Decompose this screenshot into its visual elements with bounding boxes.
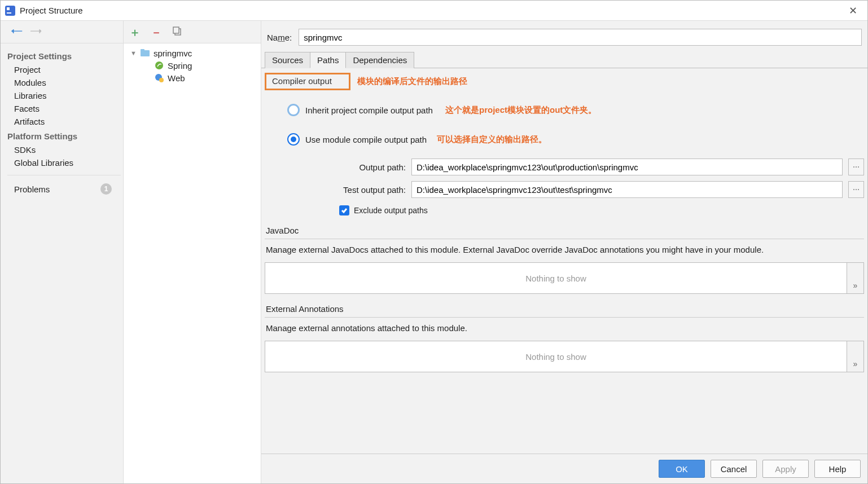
javadoc-list[interactable]: Nothing to show [265, 262, 847, 294]
exclude-output-label: Exclude output paths [354, 206, 428, 215]
external-annotations-expand-button[interactable]: » [847, 341, 864, 372]
tree-item-label: Web [168, 73, 185, 83]
nav-item-sdks[interactable]: SDKs [5, 143, 123, 156]
web-icon [154, 73, 164, 83]
nav-item-modules[interactable]: Modules [5, 76, 123, 89]
remove-icon[interactable]: － [151, 27, 162, 38]
radio-inherit[interactable] [287, 104, 300, 116]
output-path-input[interactable] [411, 159, 843, 175]
compiler-output-heading: Compiler output [265, 73, 350, 90]
external-annotations-heading: External Annotations [265, 294, 864, 317]
radio-inherit-label: Inherit project compile output path [305, 105, 433, 115]
browse-test-output-button[interactable]: ⋯ [848, 181, 864, 198]
tree-toolbar: ＋ － [124, 21, 261, 43]
annotation-radio1: 这个就是project模块设置的out文件夹。 [445, 105, 597, 116]
nav-item-artifacts[interactable]: Artifacts [5, 115, 123, 128]
forward-icon[interactable]: ⭢ [30, 26, 42, 38]
nav-item-libraries[interactable]: Libraries [5, 89, 123, 102]
cancel-button[interactable]: Cancel [711, 460, 757, 478]
problems-count-badge: 1 [100, 183, 112, 195]
test-output-path-label: Test output path: [321, 185, 406, 195]
nav-item-project[interactable]: Project [5, 63, 123, 76]
tree-item-label: Spring [168, 61, 192, 71]
tree-item-spring[interactable]: Spring [126, 59, 258, 72]
svg-rect-4 [173, 27, 179, 33]
spring-icon [154, 60, 164, 71]
name-label: Name: [267, 33, 292, 42]
back-icon[interactable]: ⭠ [11, 26, 23, 38]
chevron-down-icon: ▼ [130, 50, 137, 56]
nav-problems-label: Problems [14, 184, 50, 194]
tree-root-label: springmvc [154, 49, 192, 58]
ok-button[interactable]: OK [659, 460, 705, 478]
tabs: Sources Paths Dependencies [261, 51, 867, 68]
apply-button[interactable]: Apply [762, 460, 809, 478]
name-input[interactable] [299, 29, 862, 46]
svg-point-9 [159, 78, 164, 82]
left-nav: ⭠ ⭢ Project Settings Project Modules Lib… [1, 21, 124, 483]
app-icon [5, 6, 15, 16]
window-title: Project Structure [20, 6, 83, 15]
module-tree: ＋ － ▼ springmvc Spring Web [124, 21, 261, 483]
svg-rect-6 [141, 49, 144, 51]
radio-use-module[interactable] [287, 133, 300, 146]
footer: OK Cancel Apply Help [261, 454, 867, 483]
nav-heading-project-settings: Project Settings [5, 50, 123, 63]
javadoc-heading: JavaDoc [265, 215, 864, 239]
tab-sources[interactable]: Sources [265, 52, 310, 68]
test-output-path-input[interactable] [411, 181, 843, 198]
tree-root[interactable]: ▼ springmvc [126, 47, 258, 59]
tree-item-web[interactable]: Web [126, 72, 258, 84]
svg-point-7 [155, 61, 163, 69]
radio-use-module-label: Use module compile output path [305, 135, 427, 144]
tab-paths[interactable]: Paths [310, 52, 346, 68]
external-annotations-list[interactable]: Nothing to show [265, 341, 847, 372]
module-icon [140, 48, 150, 58]
browse-output-button[interactable]: ⋯ [848, 159, 864, 175]
tab-dependencies[interactable]: Dependencies [345, 52, 414, 68]
copy-icon[interactable] [172, 26, 182, 38]
nav-item-global-libraries[interactable]: Global Libraries [5, 156, 123, 169]
close-icon[interactable]: ✕ [843, 2, 863, 19]
nav-heading-platform-settings: Platform Settings [5, 130, 123, 143]
add-icon[interactable]: ＋ [129, 27, 141, 38]
nav-item-problems[interactable]: Problems 1 [5, 181, 123, 197]
output-path-label: Output path: [321, 162, 406, 172]
nav-history-bar: ⭠ ⭢ [1, 21, 123, 43]
external-annotations-description: Manage external annotations attached to … [265, 318, 864, 341]
titlebar: Project Structure ✕ [1, 1, 867, 21]
javadoc-expand-button[interactable]: » [847, 262, 864, 294]
project-structure-window: Project Structure ✕ ⭠ ⭢ Project Settings… [0, 0, 868, 484]
nav-divider [7, 175, 121, 175]
annotation-radio2: 可以选择自定义的输出路径。 [437, 134, 547, 145]
svg-rect-2 [7, 12, 11, 14]
main-panel: Name: Sources Paths Dependencies Compile… [261, 21, 867, 483]
svg-rect-1 [7, 7, 10, 10]
nav-item-facets[interactable]: Facets [5, 102, 123, 115]
svg-rect-0 [5, 6, 15, 16]
exclude-output-checkbox[interactable] [339, 205, 349, 215]
javadoc-description: Manage external JavaDocs attached to thi… [265, 239, 864, 262]
annotation-heading: 模块的编译后文件的输出路径 [357, 76, 467, 87]
help-button[interactable]: Help [814, 460, 861, 478]
